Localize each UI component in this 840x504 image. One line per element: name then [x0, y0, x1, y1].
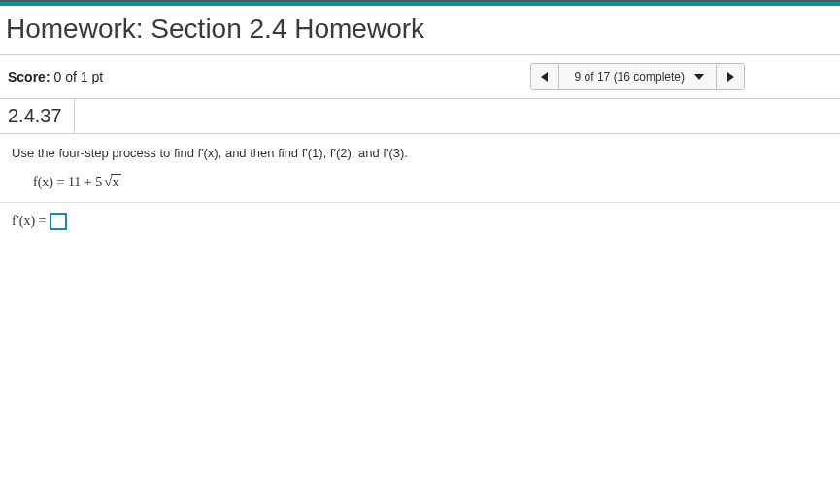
question-area: Use the four-step process to find f′(x),… [0, 134, 840, 203]
prev-question-button[interactable] [530, 63, 559, 90]
sqrt-argument: x [111, 174, 121, 189]
answer-label: f′(x) = [12, 214, 46, 229]
triangle-right-icon [727, 72, 734, 82]
question-nav: 9 of 17 (16 complete) [530, 63, 745, 90]
function-prefix: f(x) = 11 + 5 [33, 175, 102, 189]
next-question-button[interactable] [716, 63, 745, 90]
page-title: Homework: Section 2.4 Homework [0, 6, 840, 55]
score-label: Score: [8, 69, 50, 84]
triangle-down-icon [694, 74, 704, 80]
answer-row: f′(x) = [0, 203, 840, 240]
answer-input[interactable] [50, 213, 67, 230]
problem-id-row: 2.4.37 [0, 99, 840, 134]
sqrt-expression: √x [102, 174, 120, 190]
score-value: 0 of 1 pt [53, 69, 103, 84]
function-definition: f(x) = 11 + 5√x [12, 174, 828, 202]
problem-instruction: Use the four-step process to find f′(x),… [12, 146, 828, 160]
info-row: Score: 0 of 1 pt 9 of 17 (16 complete) [0, 55, 840, 99]
triangle-left-icon [541, 72, 548, 82]
problem-id: 2.4.37 [0, 99, 75, 133]
score-display: Score: 0 of 1 pt [8, 69, 103, 84]
question-position-text: 9 of 17 (16 complete) [575, 70, 685, 84]
question-position-dropdown[interactable]: 9 of 17 (16 complete) [559, 63, 716, 90]
